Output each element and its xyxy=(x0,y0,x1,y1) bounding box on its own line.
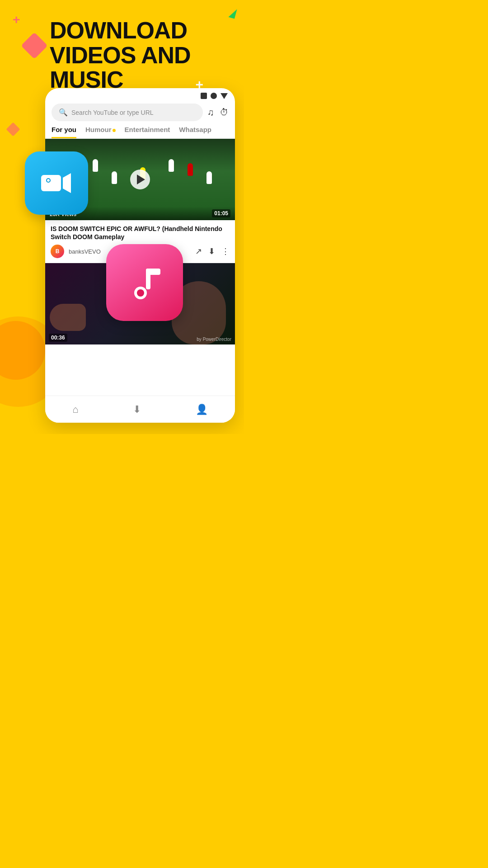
status-square-icon xyxy=(201,93,207,99)
powerdirector-badge: by PowerDirector xyxy=(197,337,231,342)
more-icon[interactable]: ⋮ xyxy=(221,246,230,256)
music-note-icon[interactable]: ♫ xyxy=(207,107,214,118)
deco-diamond-left xyxy=(21,32,47,59)
svg-rect-7 xyxy=(146,269,160,275)
history-icon[interactable]: ⏱ xyxy=(220,107,229,118)
status-bar xyxy=(45,88,235,101)
download-icon[interactable]: ⬇ xyxy=(208,246,215,256)
duration-badge-1: 01:05 xyxy=(212,209,230,217)
deco-diamond-middle-left xyxy=(6,122,20,136)
tab-entertainment[interactable]: Entertainment xyxy=(125,126,170,138)
play-button-1[interactable] xyxy=(130,170,150,189)
search-actions: ♫ ⏱ xyxy=(207,107,229,118)
svg-point-5 xyxy=(137,289,144,297)
svg-rect-0 xyxy=(41,175,61,191)
svg-point-3 xyxy=(47,179,50,182)
tab-humour[interactable]: Humour xyxy=(85,126,116,138)
deco-plus-top-left: + xyxy=(13,13,20,27)
bottom-toolbar: ⌂ ⬇ 👤 xyxy=(45,396,235,423)
search-placeholder: Search YouTube or type URL xyxy=(71,109,154,116)
video-actions-1: ↗ ⬇ ⋮ xyxy=(195,246,230,256)
deco-triangle-top-right xyxy=(228,8,237,19)
tabs-container: For you Humour Entertainment Whatsapp xyxy=(45,121,235,139)
channel-avatar-1: B xyxy=(51,245,64,258)
app-icon-video[interactable] xyxy=(25,151,88,215)
app-icon-music[interactable] xyxy=(106,244,183,321)
profile-toolbar-icon[interactable]: 👤 xyxy=(196,404,208,415)
headline: DOWNLOAD VIDEOS AND MUSIC xyxy=(50,18,191,92)
video-title-1: IS DOOM SWITCH EPIC OR AWFUL? (Handheld … xyxy=(51,225,230,241)
status-triangle-icon xyxy=(221,93,228,99)
search-bar-container: 🔍 Search YouTube or type URL ♫ ⏱ xyxy=(45,101,235,121)
tab-whatsapp[interactable]: Whatsapp xyxy=(179,126,211,138)
home-toolbar-icon[interactable]: ⌂ xyxy=(72,404,78,415)
share-icon[interactable]: ↗ xyxy=(195,246,202,256)
tab-for-you[interactable]: For you xyxy=(52,126,76,138)
search-icon: 🔍 xyxy=(59,108,68,117)
duration-badge-2: 00:36 xyxy=(49,334,67,342)
status-circle-icon xyxy=(211,93,217,99)
tab-humour-dot xyxy=(113,129,116,132)
search-bar[interactable]: 🔍 Search YouTube or type URL xyxy=(52,104,203,121)
svg-marker-1 xyxy=(63,173,71,193)
download-toolbar-icon[interactable]: ⬇ xyxy=(133,404,141,415)
